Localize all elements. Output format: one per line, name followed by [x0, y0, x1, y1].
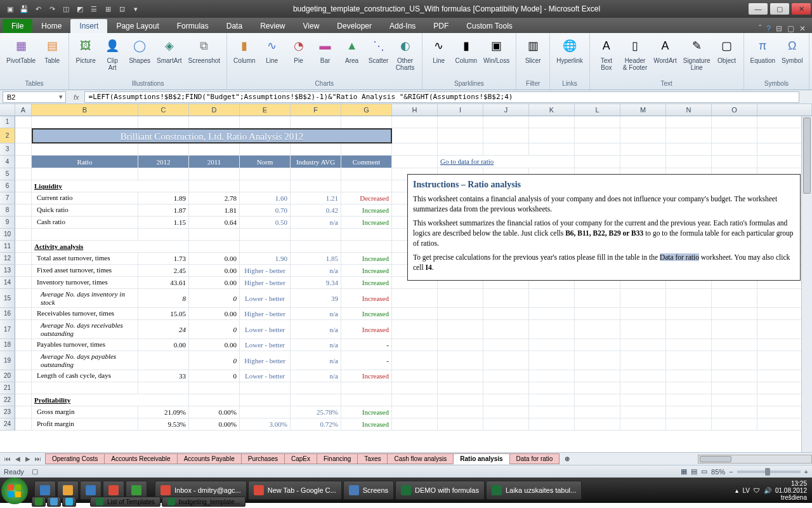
ratio-label[interactable]: Average No. days payables outstanding — [32, 351, 138, 370]
section-header[interactable]: Profitability — [32, 394, 189, 406]
cell[interactable] — [392, 289, 438, 308]
ribbon-hyper-button[interactable]: 🌐Hyperlink — [554, 34, 586, 65]
taskbar-pin[interactable] — [32, 497, 46, 507]
name-box[interactable]: B2 — [3, 91, 66, 103]
ratio-label[interactable]: Gross margin — [32, 406, 138, 418]
ribbon-table-button[interactable]: ▤Table — [39, 34, 65, 65]
value-cell[interactable]: 0.64 — [189, 217, 240, 229]
cell[interactable] — [240, 116, 291, 128]
industry-cell[interactable]: 39 — [291, 289, 341, 308]
value-cell[interactable]: 1.87 — [138, 204, 189, 217]
cell[interactable] — [575, 370, 620, 382]
cell[interactable] — [438, 308, 483, 320]
ratio-label[interactable]: Payables turnover, times — [32, 339, 138, 351]
cell[interactable] — [666, 339, 712, 351]
new-sheet-icon[interactable]: ⊕ — [560, 455, 575, 462]
cell[interactable] — [712, 351, 757, 370]
row-header[interactable]: 8 — [0, 204, 15, 217]
section-header[interactable]: Liquidity — [32, 180, 189, 192]
value-cell[interactable]: 2.78 — [189, 192, 240, 204]
tray-clock[interactable]: 13:25 01.08.2012 trešdiena — [775, 480, 807, 501]
cell[interactable] — [392, 128, 438, 144]
cell[interactable] — [240, 144, 291, 156]
ribbon-minimize-icon[interactable]: ˆ — [759, 24, 761, 33]
industry-cell[interactable]: 25.78% — [291, 406, 341, 418]
ribbon-header-button[interactable]: ▯Header& Footer — [620, 34, 650, 72]
sheet-first-icon[interactable]: ⏮ — [3, 454, 13, 464]
vertical-scrollbar[interactable] — [801, 116, 812, 452]
sheet-tab[interactable]: Operating Costs — [45, 453, 105, 464]
ribbon-tab-home[interactable]: Home — [32, 19, 70, 33]
cell[interactable] — [712, 128, 757, 144]
cell[interactable] — [15, 382, 32, 394]
cell[interactable] — [15, 229, 32, 241]
cell[interactable] — [32, 168, 138, 180]
cell[interactable] — [666, 116, 712, 128]
ribbon-obj-button[interactable]: ▢Object — [714, 34, 740, 65]
column-header[interactable]: M — [620, 104, 666, 116]
norm-cell[interactable]: 3.00% — [240, 418, 291, 431]
ribbon-tab-review[interactable]: Review — [251, 19, 294, 33]
ribbon-wordart-button[interactable]: AWordArt — [651, 34, 679, 65]
cell[interactable] — [32, 116, 138, 128]
industry-cell[interactable]: n/a — [291, 320, 341, 339]
cell[interactable] — [291, 241, 341, 253]
cell[interactable] — [392, 156, 438, 168]
cell[interactable] — [575, 308, 620, 320]
column-header[interactable]: O — [712, 104, 757, 116]
cell[interactable] — [483, 418, 529, 431]
value-cell[interactable]: 0 — [189, 351, 240, 370]
cell[interactable] — [620, 144, 666, 156]
table-header-cell[interactable]: Ratio — [32, 156, 138, 168]
cell[interactable] — [32, 229, 138, 241]
value-cell[interactable]: 43.61 — [138, 277, 189, 289]
cell[interactable] — [240, 180, 291, 192]
cell[interactable] — [529, 370, 575, 382]
fx-icon[interactable]: fx — [69, 93, 84, 101]
comment-cell[interactable]: Decreased — [341, 192, 392, 204]
row-header[interactable]: 12 — [0, 253, 15, 265]
value-cell[interactable]: 33 — [138, 370, 189, 382]
ribbon-shapes-button[interactable]: ◯Shapes — [126, 34, 153, 65]
sheet-title-cell[interactable]: Brilliant Construction, Ltd. Ratio Analy… — [32, 128, 392, 144]
industry-cell[interactable]: 9.34 — [291, 277, 341, 289]
cell[interactable] — [483, 289, 529, 308]
ribbon-tab-insert[interactable]: Insert — [70, 19, 107, 33]
sheet-tab[interactable]: Financing — [317, 453, 358, 464]
cell[interactable] — [392, 394, 438, 406]
value-cell[interactable]: 8 — [138, 289, 189, 308]
file-tab[interactable]: File — [3, 19, 32, 33]
row-header[interactable]: 18 — [0, 339, 15, 351]
cell[interactable] — [341, 229, 392, 241]
row-header[interactable]: 3 — [0, 144, 15, 156]
cell[interactable] — [575, 128, 620, 144]
row-header[interactable]: 5 — [0, 168, 15, 180]
cell[interactable] — [15, 156, 32, 168]
ratio-label[interactable]: Total asset turnover, times — [32, 253, 138, 265]
table-header-cell[interactable]: 2011 — [189, 156, 240, 168]
ribbon-tab-developer[interactable]: Developer — [328, 19, 381, 33]
value-cell[interactable]: 2.45 — [138, 265, 189, 277]
cell[interactable] — [291, 229, 341, 241]
cell[interactable] — [15, 320, 32, 339]
row-header[interactable]: 16 — [0, 308, 15, 320]
minimize-button[interactable]: — — [749, 3, 768, 15]
cell[interactable] — [392, 382, 438, 394]
cell[interactable] — [620, 418, 666, 431]
cell[interactable] — [529, 394, 575, 406]
section-header[interactable]: Activity analysis — [32, 241, 189, 253]
column-header[interactable]: E — [240, 104, 291, 116]
ratio-label[interactable]: Average No. days inventory in stock — [32, 289, 138, 308]
tray-icon[interactable]: 🛡 — [754, 487, 760, 494]
cell[interactable] — [15, 180, 32, 192]
cell[interactable] — [712, 289, 757, 308]
ribbon-eq-button[interactable]: πEquation — [748, 34, 778, 65]
cell[interactable] — [666, 418, 712, 431]
cell[interactable] — [341, 382, 392, 394]
cell[interactable] — [438, 339, 483, 351]
close-button[interactable]: ✕ — [792, 3, 811, 15]
cell[interactable] — [291, 394, 341, 406]
row-header[interactable]: 2 — [0, 128, 15, 144]
zoom-in-icon[interactable]: + — [804, 468, 808, 476]
sheet-tab[interactable]: Ratio analysis — [453, 453, 509, 464]
